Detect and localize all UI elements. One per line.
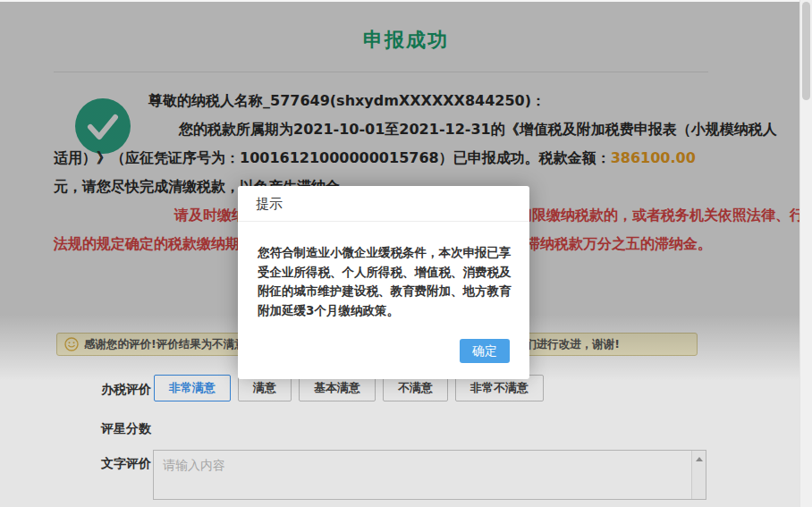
dialog-title: 提示	[238, 186, 529, 222]
top-edge-strip	[0, 0, 812, 2]
page-scrollbar[interactable]	[799, 0, 812, 507]
tax-deferral-dialog: 提示 您符合制造业小微企业缓税条件，本次申报已享受企业所得税、个人所得税、增值税…	[238, 186, 529, 379]
confirm-button[interactable]: 确定	[460, 339, 510, 363]
page-scrollbar-thumb[interactable]	[802, 2, 810, 100]
dialog-body-text: 您符合制造业小微企业缓税条件，本次申报已享受企业所得税、个人所得税、增值税、消费…	[238, 222, 529, 320]
